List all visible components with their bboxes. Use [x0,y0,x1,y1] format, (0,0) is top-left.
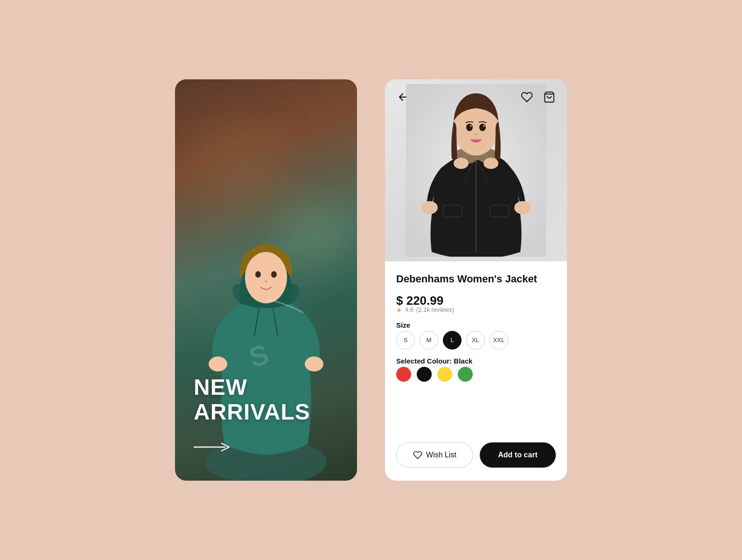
bottom-buttons: Wish List Add to cart [385,435,567,481]
hoodie-person-illustration: S [191,191,341,481]
size-s-button[interactable]: S [396,331,415,350]
size-m-button[interactable]: M [420,331,438,350]
colour-options-group [396,367,556,382]
arrow-cta[interactable] [194,441,231,453]
product-image-area [385,79,567,261]
svg-point-4 [209,357,227,371]
heart-icon [521,91,533,103]
colour-red-dot[interactable] [396,367,411,382]
top-icon-group [518,89,558,105]
colour-yellow-dot[interactable] [437,367,452,382]
svg-point-5 [305,357,323,371]
svg-point-2 [255,271,261,278]
size-l-button[interactable]: L [443,331,462,350]
price-rating-group: $ 220.99 ★ 4.6 (2.1k reviews) [396,292,556,314]
svg-point-15 [479,124,486,131]
shopping-bag-icon [543,91,555,103]
svg-point-3 [271,271,277,278]
size-options-group: S M L XL XXL [396,331,556,350]
right-panel: Debenhams Women's Jacket $ 220.99 ★ 4.6 … [385,79,567,481]
svg-point-16 [470,125,472,127]
add-to-cart-button[interactable]: Add to cart [480,442,556,468]
left-panel-background: S NEW ARRIVALS [175,79,357,481]
cart-icon-button[interactable] [541,89,558,105]
svg-point-17 [483,125,485,127]
colour-green-dot[interactable] [458,367,473,382]
svg-point-14 [466,124,473,131]
left-panel: S NEW ARRIVALS [175,79,357,481]
size-section: Size S M L XL XXL [396,319,556,350]
size-xl-button[interactable]: XL [466,331,485,350]
size-xxl-button[interactable]: XXL [490,331,508,350]
product-name: Debenhams Women's Jacket [396,273,556,286]
rating-value: 4.6 [405,306,413,313]
add-to-cart-label: Add to cart [498,451,537,459]
product-info: Debenhams Women's Jacket $ 220.99 ★ 4.6 … [385,261,567,435]
wish-list-heart-icon [413,450,422,460]
svg-point-18 [421,201,438,214]
colour-black-dot[interactable] [417,367,432,382]
back-button[interactable] [394,89,411,105]
star-icon: ★ [396,306,402,314]
wishlist-icon-button[interactable] [518,89,535,105]
colour-label: Selected Colour: Black [396,357,556,365]
colour-section: Selected Colour: Black [396,355,556,382]
wish-list-label: Wish List [426,451,456,459]
wish-list-button[interactable]: Wish List [396,442,473,468]
svg-point-1 [245,252,287,303]
main-container: S NEW ARRIVALS [175,79,567,481]
rating-row: ★ 4.6 (2.1k reviews) [396,306,556,314]
svg-point-20 [454,158,469,169]
svg-point-21 [483,158,498,169]
rating-count: (2.1k reviews) [416,306,454,313]
svg-point-19 [514,201,531,214]
size-label: Size [396,321,556,329]
back-arrow-icon [397,91,408,103]
new-arrivals-heading: NEW ARRIVALS [194,375,310,425]
top-bar [385,79,567,115]
